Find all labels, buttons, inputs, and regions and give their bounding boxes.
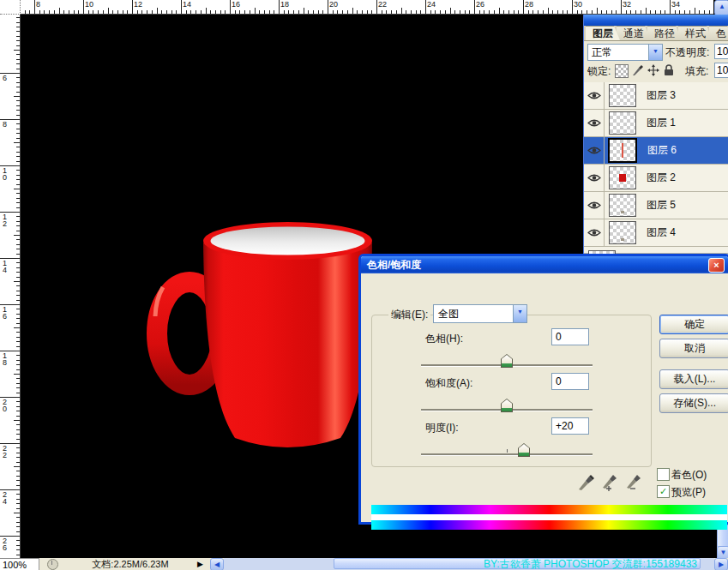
layer-row[interactable]: 图层 5 xyxy=(584,192,728,219)
hue-saturation-dialog: 色相/饱和度 × 编辑(E): 全图 ▼ 色相(H):0饱和度(A):0明度(I… xyxy=(358,254,728,525)
dialog-title: 色相/饱和度 xyxy=(367,258,708,273)
eyedropper-subtract-icon[interactable] xyxy=(625,472,642,491)
credit-text: BY:古欲香萧 PHOTOSHOP 交流群:155189433 xyxy=(484,558,697,570)
layer-row[interactable]: 图层 3 xyxy=(584,82,728,110)
ruler-label: 24 xyxy=(427,1,436,9)
zoom-input[interactable]: 100% xyxy=(0,558,39,570)
layer-thumbnail[interactable] xyxy=(609,111,636,135)
ruler-label: 1 8 xyxy=(3,352,7,366)
ruler-label: 8 xyxy=(36,1,40,9)
ruler-label: 1 0 xyxy=(3,167,7,181)
ruler-label: 2 4 xyxy=(3,491,7,505)
chevron-down-icon[interactable]: ▼ xyxy=(513,305,526,322)
eye-icon[interactable] xyxy=(584,165,605,191)
palette-tabs: 图层通道路径样式色 xyxy=(584,26,728,41)
slider-track[interactable] xyxy=(421,453,593,455)
layer-row[interactable]: 图层 4 xyxy=(584,219,728,247)
cancel-button[interactable]: 取消 xyxy=(659,339,728,358)
palette-titlebar[interactable] xyxy=(584,15,728,26)
fill-field[interactable]: 100 xyxy=(714,63,728,78)
layer-name[interactable]: 图层 1 xyxy=(647,116,676,130)
slider-value-input[interactable]: +20 xyxy=(551,417,589,435)
ruler-label: 14 xyxy=(183,1,191,9)
tab-色[interactable]: 色 xyxy=(709,26,728,40)
dialog-titlebar[interactable]: 色相/饱和度 × xyxy=(361,256,728,273)
chevron-down-icon[interactable]: ▼ xyxy=(648,45,662,60)
status-menu-arrow-icon[interactable]: ▶ xyxy=(197,560,208,568)
layer-name[interactable]: 图层 3 xyxy=(647,88,676,103)
preview-label: 预览(P) xyxy=(671,485,706,500)
opacity-field[interactable]: 100 xyxy=(714,44,728,59)
ruler-label: 12 xyxy=(134,1,142,9)
version-cue-icon[interactable] xyxy=(47,559,58,570)
load-button[interactable]: 载入(L)... xyxy=(659,369,728,389)
layer-thumbnail[interactable] xyxy=(608,138,637,163)
slider-value-input[interactable]: 0 xyxy=(551,328,589,345)
eye-icon[interactable] xyxy=(584,192,605,219)
layer-name[interactable]: 图层 6 xyxy=(647,143,677,158)
slider-track[interactable] xyxy=(421,364,593,366)
eye-icon[interactable] xyxy=(584,219,605,246)
slider-label: 明度(I): xyxy=(425,421,459,435)
colorize-checkbox[interactable] xyxy=(657,468,670,481)
eye-icon[interactable] xyxy=(584,82,605,109)
layer-thumbnail[interactable] xyxy=(609,84,636,107)
ruler-label: 22 xyxy=(378,1,387,9)
eyedropper-add-icon[interactable] xyxy=(601,472,618,491)
layer-row-partial xyxy=(584,247,728,254)
layer-thumbnail[interactable] xyxy=(609,194,636,217)
hue-gradient-bar-bottom xyxy=(371,520,727,530)
tab-通道[interactable]: 通道 xyxy=(617,26,651,40)
ruler-label: 1 2 xyxy=(3,213,7,227)
eye-icon[interactable] xyxy=(584,110,605,136)
scroll-left-button[interactable]: ◀ xyxy=(210,558,224,570)
layer-thumbnail[interactable] xyxy=(609,221,636,244)
ruler-label: 2 2 xyxy=(3,445,7,459)
mug-image xyxy=(136,213,385,462)
hue-gradient-bar-top xyxy=(371,505,727,514)
ruler-label: 1 4 xyxy=(3,260,7,273)
tab-路径[interactable]: 路径 xyxy=(647,26,682,40)
ruler-label: 28 xyxy=(525,1,533,9)
scroll-up-button[interactable]: ▲ xyxy=(714,0,728,15)
layer-row[interactable]: 图层 1 xyxy=(584,110,728,137)
save-button[interactable]: 存储(S)... xyxy=(659,393,728,413)
lock-position-move-icon[interactable] xyxy=(647,64,659,76)
ruler-label: 6 xyxy=(3,75,7,81)
layers-palette: 图层通道路径样式色 正常 ▼ 不透明度: 100 锁定: 填充: 100 图层 … xyxy=(583,15,728,254)
ruler-label: 2 0 xyxy=(3,399,7,412)
close-icon[interactable]: × xyxy=(708,258,725,273)
layer-thumbnail[interactable] xyxy=(609,166,636,189)
horizontal-scrollbar-track[interactable]: BY:古欲香萧 PHOTOSHOP 交流群:155189433 xyxy=(224,558,714,570)
dialog-body: 编辑(E): 全图 ▼ 色相(H):0饱和度(A):0明度(I):+20 确定 … xyxy=(361,273,728,522)
tab-图层[interactable]: 图层 xyxy=(586,26,620,40)
opacity-label: 不透明度: xyxy=(665,45,709,60)
gradient-gap xyxy=(371,514,727,520)
blend-mode-select[interactable]: 正常 ▼ xyxy=(587,44,663,61)
edit-channel-select[interactable]: 全图 ▼ xyxy=(433,304,527,323)
slider-label: 色相(H): xyxy=(425,332,463,346)
ruler-label: 20 xyxy=(329,1,338,9)
ruler-top: 810121416182022242628303234 xyxy=(21,0,713,15)
preview-checkbox[interactable]: ✓ xyxy=(657,485,670,498)
ruler-left: 681 01 21 41 61 82 02 22 42 6 xyxy=(0,15,21,558)
layer-name[interactable]: 图层 2 xyxy=(647,171,676,185)
layer-row[interactable]: 图层 6 xyxy=(584,137,728,165)
layer-name[interactable]: 图层 5 xyxy=(647,198,676,213)
tab-样式[interactable]: 样式 xyxy=(678,26,713,40)
ruler-origin[interactable] xyxy=(0,0,21,15)
ruler-label: 32 xyxy=(623,1,631,9)
layer-row[interactable]: 图层 2 xyxy=(584,165,728,192)
slider-track[interactable] xyxy=(421,409,593,411)
colorize-label: 着色(O) xyxy=(671,468,707,483)
lock-all-icon[interactable] xyxy=(663,64,675,76)
lock-paint-brush-icon[interactable] xyxy=(632,64,644,76)
eyedropper-icon[interactable] xyxy=(577,472,594,491)
slider-value-input[interactable]: 0 xyxy=(551,373,589,390)
eye-icon[interactable] xyxy=(584,137,605,164)
scroll-right-button[interactable]: ▶ xyxy=(714,558,728,570)
layer-name[interactable]: 图层 4 xyxy=(647,225,676,240)
ruler-label: 2 6 xyxy=(3,537,7,551)
lock-transparency-icon[interactable] xyxy=(615,64,629,78)
ok-button[interactable]: 确定 xyxy=(659,315,728,334)
